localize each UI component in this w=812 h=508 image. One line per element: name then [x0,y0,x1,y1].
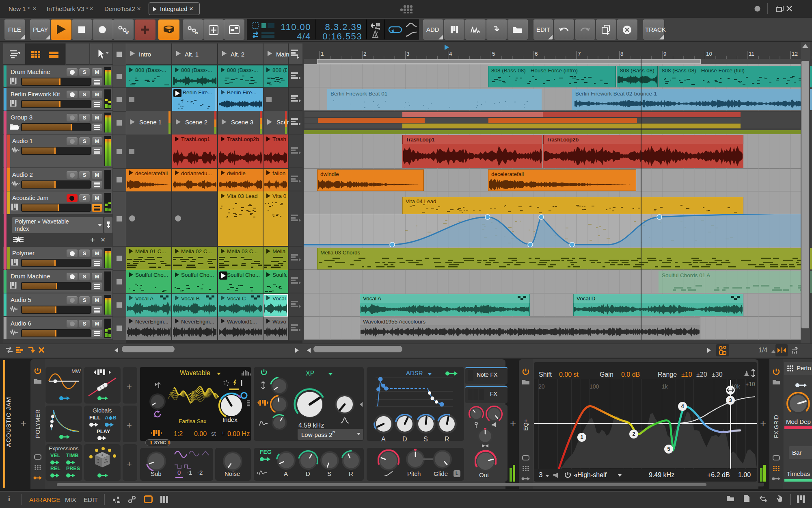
svg-text:w: w [125,30,129,34]
svg-text:w: w [194,30,198,35]
